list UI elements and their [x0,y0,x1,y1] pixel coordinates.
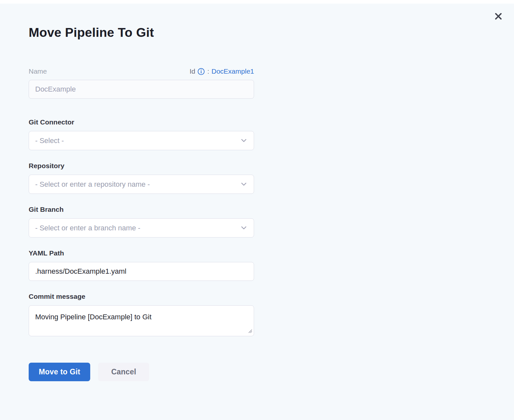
name-input [29,80,254,99]
name-label: Name [29,67,47,75]
chevron-down-icon [241,139,247,142]
yaml-path-group: YAML Path [29,249,254,281]
move-to-git-button[interactable]: Move to Git [29,363,90,381]
repository-label: Repository [29,162,254,170]
top-strip [0,0,514,4]
pipeline-id-value[interactable]: DocExample1 [211,67,254,75]
git-branch-placeholder: - Select or enter a branch name - [35,224,140,232]
modal-title: Move Pipeline To Git [29,25,254,40]
commit-message-textarea[interactable]: Moving Pipeline [DocExample] to Git [29,305,254,336]
repository-select[interactable]: - Select or enter a repository name - [29,175,254,194]
git-connector-select[interactable]: - Select - [29,131,254,150]
cancel-button[interactable]: Cancel [98,363,149,381]
chevron-down-icon [241,182,247,186]
git-connector-group: Git Connector - Select - [29,118,254,150]
id-separator: : [207,67,209,75]
repository-group: Repository - Select or enter a repositor… [29,162,254,194]
modal-actions: Move to Git Cancel [29,363,254,381]
git-branch-group: Git Branch - Select or enter a branch na… [29,206,254,238]
pipeline-id-row: Id : DocExample1 [190,67,254,75]
commit-message-label: Commit message [29,293,254,300]
git-branch-label: Git Branch [29,206,254,213]
git-connector-label: Git Connector [29,118,254,126]
commit-message-group: Commit message Moving Pipeline [DocExamp… [29,293,254,336]
name-field-group: Name Id : DocExample1 [29,67,254,99]
git-branch-select[interactable]: - Select or enter a branch name - [29,218,254,238]
info-icon[interactable] [197,68,205,75]
close-icon [494,12,503,21]
close-button[interactable] [493,10,504,22]
id-label: Id [190,67,195,75]
yaml-path-label: YAML Path [29,249,254,257]
chevron-down-icon [241,226,247,230]
yaml-path-input[interactable] [29,262,254,281]
move-pipeline-modal: Move Pipeline To Git Name Id : DocExampl… [29,25,254,381]
repository-placeholder: - Select or enter a repository name - [35,180,150,189]
git-connector-placeholder: - Select - [35,137,64,145]
